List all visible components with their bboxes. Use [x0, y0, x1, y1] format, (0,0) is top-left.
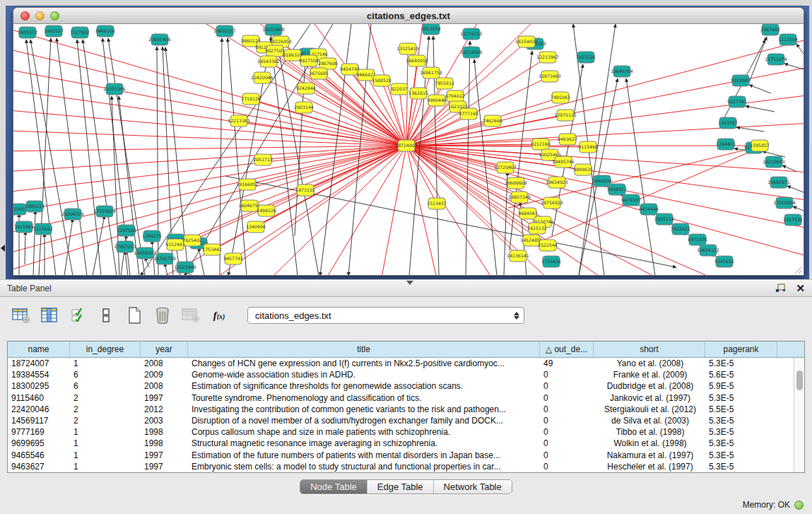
close-panel-icon[interactable]: ✕	[796, 283, 805, 293]
graph-node[interactable]: 8212160	[531, 139, 551, 150]
graph-edge[interactable]	[271, 37, 298, 276]
network-view-canvas[interactable]: 2405572106552715276028466160206914061065…	[13, 24, 804, 276]
graph-node[interactable]: 15692871	[767, 177, 790, 188]
graph-node[interactable]: 21053346	[103, 83, 126, 95]
column-header-name[interactable]: name	[8, 341, 70, 357]
graph-node[interactable]: 22420046	[251, 72, 273, 83]
graph-node[interactable]: 9899635	[573, 164, 593, 175]
graph-node[interactable]: 10688609	[505, 177, 527, 189]
graph-edge[interactable]	[796, 44, 804, 54]
graph-edge[interactable]	[13, 130, 406, 146]
network-window-titlebar[interactable]: citations_edges.txt	[13, 8, 804, 24]
graph-node[interactable]: 8471876	[688, 234, 707, 245]
graph-edge[interactable]	[175, 146, 406, 245]
table-row[interactable]: 946554611997Estimation of the future num…	[8, 450, 804, 461]
graph-node[interactable]: 2087682	[760, 24, 780, 35]
graph-node[interactable]: 3915941	[14, 221, 34, 233]
graph-node[interactable]: 1203587	[718, 117, 738, 129]
column-header-out_de[interactable]: △ out_de...	[540, 341, 594, 357]
network-window[interactable]: citations_edges.txt 24055721065527152760…	[13, 7, 804, 276]
graph-node[interactable]: 12823448	[174, 262, 196, 273]
graph-node[interactable]: 2405572	[18, 27, 37, 38]
graph-node[interactable]: 1498226	[257, 205, 276, 216]
graph-edge[interactable]	[787, 186, 804, 192]
graph-node[interactable]: 7485063	[551, 92, 570, 103]
graph-node[interactable]: 7632621	[671, 223, 690, 235]
graph-edge[interactable]	[13, 146, 406, 215]
graph-node[interactable]: 1615132	[527, 223, 547, 234]
graph-node[interactable]: 10719155	[460, 28, 483, 40]
table-vertical-scrollbar[interactable]	[794, 358, 804, 472]
graph-node[interactable]: 1873155	[295, 185, 315, 196]
graph-node[interactable]: 7625402	[182, 235, 202, 246]
graph-node[interactable]: 20691406	[148, 34, 171, 45]
graph-node[interactable]: 16648784	[611, 66, 633, 77]
graph-node[interactable]: 12975115	[554, 110, 577, 121]
graph-node[interactable]: 9457791	[223, 253, 243, 264]
graph-edge[interactable]	[406, 61, 417, 146]
table-row[interactable]: 1872400712008Changes of HCN gene express…	[8, 358, 804, 369]
graph-node[interactable]: 9777169	[459, 108, 478, 119]
graph-edge[interactable]	[406, 146, 557, 182]
graph-node[interactable]: 1362615	[408, 88, 428, 99]
graph-node[interactable]: 16782759	[153, 253, 176, 264]
graph-edge[interactable]	[304, 107, 406, 146]
table-row[interactable]: 946362711997Embryonic stem cells: a mode…	[8, 461, 804, 472]
graph-edge[interactable]	[474, 59, 497, 276]
resize-grip-icon[interactable]	[792, 264, 802, 274]
graph-node[interactable]: 17957253	[114, 241, 136, 252]
graph-edge[interactable]	[25, 231, 25, 264]
graph-edge[interactable]	[155, 146, 406, 276]
graph-node[interactable]: 9827508	[299, 55, 319, 66]
graph-edge[interactable]	[626, 78, 655, 276]
table-row[interactable]: 911546021997Tourette syndrome. Phenomeno…	[8, 392, 804, 404]
graph-node[interactable]: 17359924	[93, 206, 116, 217]
graph-edge[interactable]	[793, 206, 804, 211]
graph-node[interactable]: 19166852	[236, 179, 259, 190]
scrollbar-thumb[interactable]	[796, 370, 803, 390]
graph-edge[interactable]	[381, 146, 406, 276]
graph-node[interactable]: 9463627	[558, 134, 577, 145]
graph-edge[interactable]	[13, 45, 406, 146]
graph-node[interactable]: 1753442	[202, 244, 222, 255]
column-header-pagerank[interactable]: pagerank	[705, 341, 777, 357]
graph-node[interactable]: 2935114	[654, 214, 674, 225]
graph-node[interactable]: 20206526	[61, 209, 84, 220]
graph-node[interactable]: 16053809	[262, 24, 285, 35]
minimize-window-button[interactable]	[35, 11, 45, 21]
graph-hub-node[interactable]: 18724007	[395, 140, 418, 151]
table-row[interactable]: 2242004622012Investigating the contribut…	[8, 404, 804, 415]
graph-node[interactable]: 10973493	[539, 71, 561, 82]
graph-node[interactable]: 1244413	[716, 139, 736, 150]
table-selector-dropdown[interactable]: citations_edges.txt	[247, 307, 524, 324]
graph-node[interactable]: 16154838	[515, 36, 538, 47]
graph-node[interactable]: 1595857	[750, 140, 770, 151]
graph-node[interactable]: 16210643	[763, 156, 785, 168]
graph-node[interactable]: 7615526	[576, 52, 596, 63]
graph-edge[interactable]	[736, 127, 764, 132]
graph-node[interactable]: 10655257	[213, 25, 236, 37]
graph-edge[interactable]	[77, 40, 101, 276]
graph-edge[interactable]	[57, 38, 87, 276]
graph-node[interactable]: 1240994	[246, 221, 266, 233]
graph-node[interactable]: 12213967	[536, 52, 559, 63]
graph-node[interactable]: 2803144	[294, 102, 314, 113]
graph-edge[interactable]	[504, 172, 507, 276]
collapse-left-arrow-icon[interactable]	[1, 245, 5, 252]
select-columns-icon[interactable]	[68, 305, 88, 325]
graph-node[interactable]: 19218586	[460, 47, 483, 58]
graph-node[interactable]: 7955812	[435, 78, 454, 89]
float-panel-icon[interactable]	[775, 284, 786, 293]
column-header-short[interactable]: short	[594, 341, 705, 357]
graph-node[interactable]: 2718126	[241, 93, 261, 105]
graph-node[interactable]: 1733426	[541, 256, 561, 267]
graph-edge[interactable]	[746, 106, 775, 112]
column-header-year[interactable]: year	[141, 341, 188, 357]
graph-node[interactable]: 16640910	[406, 55, 428, 66]
column-header-in_degree[interactable]: in_degree	[70, 341, 141, 357]
table-settings-icon[interactable]	[11, 305, 31, 325]
function-builder-icon[interactable]: f(x)	[209, 305, 229, 325]
graph-edge[interactable]	[13, 146, 406, 151]
graph-edge[interactable]	[247, 146, 406, 185]
graph-edge[interactable]	[510, 51, 532, 250]
